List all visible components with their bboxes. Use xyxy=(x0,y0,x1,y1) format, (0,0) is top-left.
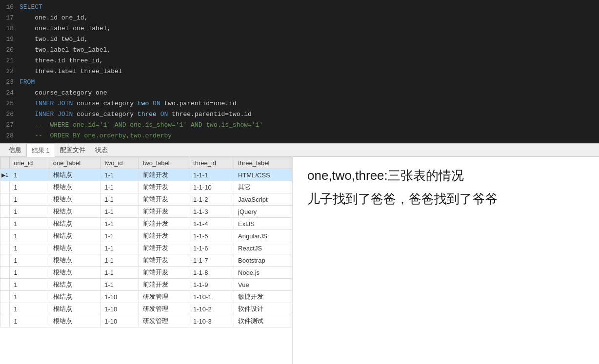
line-content: -- ORDER BY one.orderby,two.orderby xyxy=(20,131,599,141)
table-row[interactable]: 1根结点1-1前端开发1-1-6ReactJS xyxy=(0,242,292,254)
table-cell: 根结点 xyxy=(49,254,100,267)
table-row[interactable]: 1根结点1-1前端开发1-1-9Vue xyxy=(0,279,292,291)
table-cell: 1 xyxy=(10,254,49,267)
table-cell xyxy=(0,291,10,303)
table-cell: 根结点 xyxy=(49,206,100,218)
table-cell xyxy=(0,279,10,291)
table-cell: ▶1 xyxy=(0,169,10,181)
table-cell: 前端开发 xyxy=(139,254,189,267)
table-row[interactable]: 1根结点1-1前端开发1-1-3jQuery xyxy=(0,206,292,218)
table-cell: 1-1 xyxy=(100,230,139,242)
code-line: 24 course_category one xyxy=(0,88,599,98)
table-row[interactable]: 1根结点1-1前端开发1-1-2JavaScript xyxy=(0,193,292,206)
table-cell: 1-1 xyxy=(100,279,139,291)
table-cell: Bootstrap xyxy=(234,254,292,267)
table-header: one_id xyxy=(10,157,49,169)
line-number: 26 xyxy=(0,109,20,120)
line-number: 23 xyxy=(0,77,20,88)
code-line: 26 INNER JOIN course_category three ON t… xyxy=(0,109,599,120)
line-number: 18 xyxy=(0,23,20,34)
table-header: two_id xyxy=(100,157,139,169)
table-cell: 1 xyxy=(10,206,49,218)
table-cell: 前端开发 xyxy=(139,218,189,230)
table-cell xyxy=(0,303,10,315)
table-cell: 1 xyxy=(10,242,49,254)
table-cell: 1 xyxy=(10,230,49,242)
table-row[interactable]: 1根结点1-1前端开发1-1-10其它 xyxy=(0,181,292,193)
table-row[interactable]: 1根结点1-1前端开发1-1-4ExtJS xyxy=(0,218,292,230)
table-cell xyxy=(0,254,10,267)
app-container: 16SELECT17 one.id one_id,18 one.label on… xyxy=(0,0,599,364)
annotation-subtitle: 儿子找到了爸爸，爸爸找到了爷爷 xyxy=(307,190,584,208)
table-cell: 1 xyxy=(10,193,49,206)
table-cell: 根结点 xyxy=(49,230,100,242)
table-cell xyxy=(0,193,10,206)
table-cell xyxy=(0,206,10,218)
line-number: 16 xyxy=(0,2,20,13)
table-cell: 1-1 xyxy=(100,267,139,279)
table-cell: 根结点 xyxy=(49,218,100,230)
table-cell: 根结点 xyxy=(49,242,100,254)
table-cell: 前端开发 xyxy=(139,169,189,181)
tab-item[interactable]: 状态 xyxy=(90,144,113,156)
table-row[interactable]: 1根结点1-10研发管理1-10-1敏捷开发 xyxy=(0,291,292,303)
code-line: 16SELECT xyxy=(0,2,599,13)
table-row[interactable]: 1根结点1-1前端开发1-1-7Bootstrap xyxy=(0,254,292,267)
line-number: 22 xyxy=(0,66,20,77)
line-content: INNER JOIN course_category three ON thre… xyxy=(20,109,599,120)
table-cell: 1-1 xyxy=(100,206,139,218)
code-editor: 16SELECT17 one.id one_id,18 one.label on… xyxy=(0,0,599,143)
table-row[interactable]: 1根结点1-10研发管理1-10-3软件测试 xyxy=(0,315,292,327)
table-cell: Node.js xyxy=(234,267,292,279)
table-cell: 1-1-6 xyxy=(189,242,234,254)
tab-item[interactable]: 信息 xyxy=(4,144,26,156)
table-cell: 1-1 xyxy=(100,193,139,206)
line-content: FROM xyxy=(20,77,599,88)
code-line: 17 one.id one_id, xyxy=(0,13,599,23)
table-cell xyxy=(0,267,10,279)
tab-item[interactable]: 配置文件 xyxy=(55,144,90,156)
line-number: 20 xyxy=(0,45,20,56)
table-cell: 前端开发 xyxy=(139,206,189,218)
table-cell: 1-1-2 xyxy=(189,193,234,206)
line-content: course_category one xyxy=(20,88,599,98)
table-cell: 1-10-1 xyxy=(189,291,234,303)
code-line: 21 three.id three_id, xyxy=(0,56,599,66)
table-cell: JavaScript xyxy=(234,193,292,206)
table-cell xyxy=(0,230,10,242)
table-header: one_label xyxy=(49,157,100,169)
table-cell: AngularJS xyxy=(234,230,292,242)
table-cell: 1-1-7 xyxy=(189,254,234,267)
table-cell: Vue xyxy=(234,279,292,291)
table-cell: 1-1-3 xyxy=(189,206,234,218)
tab-item[interactable]: 结果 1 xyxy=(26,144,55,157)
table-row[interactable]: 1根结点1-10研发管理1-10-2软件设计 xyxy=(0,303,292,315)
annotation-area: one,two,three:三张表的情况 儿子找到了爸爸，爸爸找到了爷爷 xyxy=(293,157,599,364)
table-cell: 1-10 xyxy=(100,303,139,315)
table-cell: 1-1 xyxy=(100,254,139,267)
table-cell: 其它 xyxy=(234,181,292,193)
table-cell: 1 xyxy=(10,181,49,193)
table-cell: HTML/CSS xyxy=(234,169,292,181)
table-cell: 1-1 xyxy=(100,169,139,181)
table-cell: 软件设计 xyxy=(234,303,292,315)
line-number: 19 xyxy=(0,34,20,45)
line-content: -- WHERE one.id='1' AND one.is_show='1' … xyxy=(20,120,599,131)
table-cell: 1-1-8 xyxy=(189,267,234,279)
table-cell: 根结点 xyxy=(49,303,100,315)
table-cell: 1-1-9 xyxy=(189,279,234,291)
table-cell: 1 xyxy=(10,315,49,327)
line-content: SELECT xyxy=(20,2,599,13)
table-cell: 1-1-5 xyxy=(189,230,234,242)
table-cell: 1-1 xyxy=(100,242,139,254)
table-row[interactable]: ▶11根结点1-1前端开发1-1-1HTML/CSS xyxy=(0,169,292,181)
table-cell: 1 xyxy=(10,291,49,303)
table-cell: 1 xyxy=(10,267,49,279)
table-row[interactable]: 1根结点1-1前端开发1-1-5AngularJS xyxy=(0,230,292,242)
table-cell: 前端开发 xyxy=(139,267,189,279)
line-content: three.label three_label xyxy=(20,66,599,77)
table-row[interactable]: 1根结点1-1前端开发1-1-8Node.js xyxy=(0,267,292,279)
table-cell: 研发管理 xyxy=(139,315,189,327)
table-cell: 1-10 xyxy=(100,315,139,327)
line-number: 17 xyxy=(0,13,20,23)
